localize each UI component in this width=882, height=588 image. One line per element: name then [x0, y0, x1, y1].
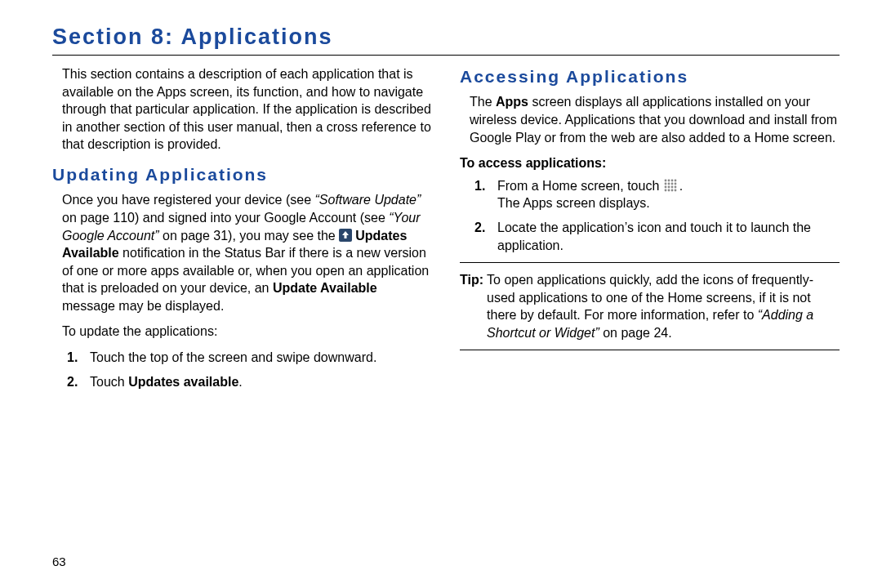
svg-point-13 [664, 189, 666, 191]
intro-paragraph: This section contains a description of e… [62, 65, 432, 154]
svg-point-11 [670, 185, 673, 188]
svg-point-7 [670, 182, 673, 185]
tip-body: To open applications quickly, add the ic… [487, 271, 840, 341]
left-column: This section contains a description of e… [52, 65, 432, 399]
right-column: Accessing Applications The Apps screen d… [460, 65, 840, 399]
to-access-label: To access applications: [460, 154, 840, 172]
update-available-icon [339, 229, 352, 242]
step-text: Touch the top of the screen and swipe do… [90, 350, 376, 364]
tip-label: Tip: [460, 271, 483, 341]
step-number: 1. [474, 177, 485, 195]
svg-point-14 [667, 189, 670, 191]
cross-ref-software-update: “Software Update” [315, 193, 421, 207]
text-run: The [470, 95, 496, 109]
accessing-applications-heading: Accessing Applications [460, 65, 840, 88]
apps-grid-icon [664, 179, 679, 192]
step-text: Touch Updates available. [90, 375, 243, 389]
step-text-line2: The Apps screen displays. [497, 194, 840, 212]
svg-point-9 [664, 185, 666, 188]
svg-point-10 [667, 185, 670, 188]
svg-point-2 [667, 179, 670, 181]
access-step-2: 2. Locate the application’s icon and tou… [474, 219, 840, 254]
updating-paragraph: Once you have registered your device (se… [62, 191, 432, 314]
update-step-2: 2. Touch Updates available. [67, 373, 432, 391]
text-run: on page 110) and signed into your Google… [62, 211, 389, 225]
svg-point-8 [674, 182, 676, 185]
accessing-paragraph: The Apps screen displays all application… [470, 93, 840, 146]
step-number: 2. [474, 219, 485, 237]
updating-applications-heading: Updating Applications [52, 163, 432, 186]
update-steps-list: 1. Touch the top of the screen and swipe… [67, 349, 432, 390]
svg-point-5 [664, 182, 666, 185]
title-rule [52, 55, 840, 56]
to-update-label: To update the applications: [62, 323, 432, 341]
apps-bold: Apps [496, 95, 528, 109]
svg-point-6 [667, 182, 670, 185]
text-run: . [238, 375, 242, 389]
step-text: From a Home screen, touch . [497, 177, 840, 195]
svg-point-12 [674, 185, 676, 188]
text-run: From a Home screen, touch [497, 179, 663, 193]
text-run: . [679, 179, 683, 193]
svg-point-16 [674, 189, 676, 191]
svg-point-1 [664, 179, 666, 181]
page-number: 63 [52, 555, 66, 568]
step-number: 2. [67, 373, 78, 391]
text-run: message may be displayed. [62, 299, 224, 313]
text-run: on page 31), you may see the [159, 229, 340, 243]
svg-point-15 [670, 189, 673, 191]
tip-block: Tip: To open applications quickly, add t… [460, 262, 840, 350]
access-step-1: 1. From a Home screen, touch . The Apps … [474, 177, 840, 212]
step-number: 1. [67, 349, 78, 367]
section-title: Section 8: Applications [52, 24, 840, 50]
access-steps-list: 1. From a Home screen, touch . The Apps … [474, 177, 840, 254]
manual-page: Section 8: Applications This section con… [0, 0, 882, 588]
text-run: Once you have registered your device (se… [62, 193, 315, 207]
updates-available-link: Updates available [128, 375, 238, 389]
text-run: Touch [90, 375, 128, 389]
text-run: on page 24. [599, 326, 672, 340]
update-available-bold: Update Available [273, 281, 377, 295]
step-text: Locate the application’s icon and touch … [497, 220, 811, 252]
update-step-1: 1. Touch the top of the screen and swipe… [67, 349, 432, 367]
two-column-layout: This section contains a description of e… [52, 65, 840, 399]
svg-point-3 [670, 179, 673, 181]
svg-point-4 [674, 179, 676, 181]
